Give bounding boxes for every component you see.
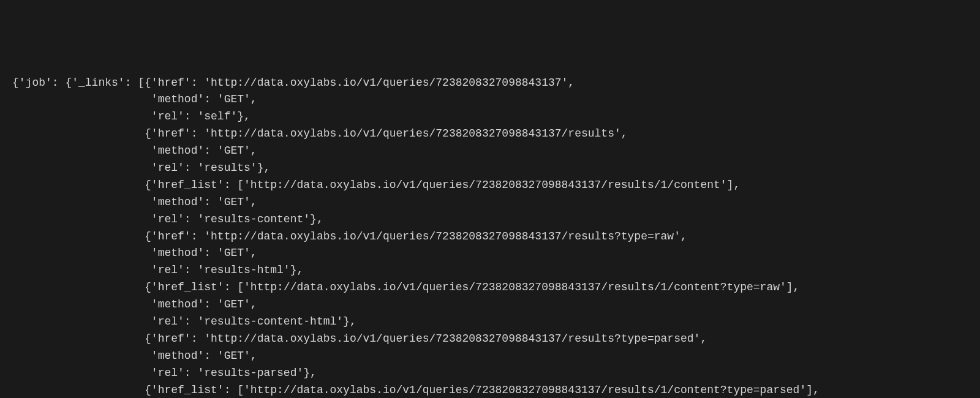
code-line: 'rel': 'results-content'}, bbox=[12, 213, 323, 225]
code-line: 'rel': 'results'}, bbox=[12, 162, 270, 174]
code-line: 'rel': 'results-html'}, bbox=[12, 264, 303, 276]
code-line: {'href': 'http://data.oxylabs.io/v1/quer… bbox=[12, 127, 628, 140]
code-line: {'job': {'_links': [{'href': 'http://dat… bbox=[12, 77, 575, 89]
code-line: 'method': 'GET', bbox=[12, 298, 257, 310]
code-line: 'method': 'GET', bbox=[12, 350, 257, 362]
code-line: 'method': 'GET', bbox=[12, 196, 257, 208]
code-line: {'href_list': ['http://data.oxylabs.io/v… bbox=[12, 384, 820, 396]
code-line: {'href_list': ['http://data.oxylabs.io/v… bbox=[12, 281, 799, 293]
code-line: 'rel': 'results-content-html'}, bbox=[12, 315, 356, 328]
code-output-block: {'job': {'_links': [{'href': 'http://dat… bbox=[12, 75, 968, 398]
code-line: {'href_list': ['http://data.oxylabs.io/v… bbox=[12, 179, 740, 191]
code-line: 'method': 'GET', bbox=[12, 93, 257, 105]
code-line: {'href': 'http://data.oxylabs.io/v1/quer… bbox=[12, 230, 687, 242]
code-line: 'method': 'GET', bbox=[12, 247, 257, 259]
code-line: {'href': 'http://data.oxylabs.io/v1/quer… bbox=[12, 332, 707, 345]
code-line: 'rel': 'results-parsed'}, bbox=[12, 367, 317, 379]
code-line: 'rel': 'self'}, bbox=[12, 110, 251, 122]
code-line: 'method': 'GET', bbox=[12, 145, 257, 157]
